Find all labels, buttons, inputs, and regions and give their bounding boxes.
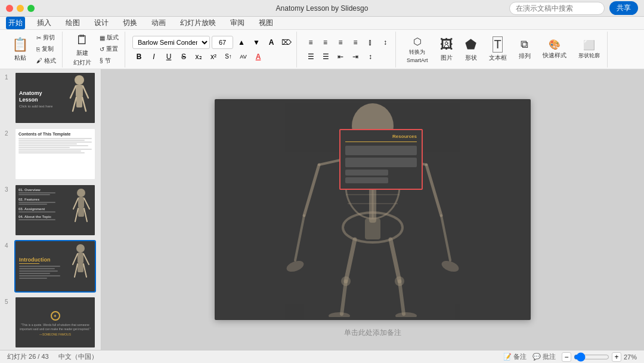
slide-5-content: ✦ "This is a quote. Words full of wisdom… bbox=[16, 297, 95, 349]
align-left[interactable]: ≡ bbox=[304, 36, 317, 49]
slide-2[interactable]: Contents of This Template bbox=[14, 128, 96, 180]
slide-2-content: Contents of This Template bbox=[16, 129, 95, 180]
slide-5[interactable]: ✦ "This is a quote. Words full of wisdom… bbox=[14, 296, 96, 349]
slide-1[interactable]: AnatomyLesson Click to add text here bbox=[14, 72, 96, 124]
picture-label: 图片 bbox=[441, 54, 453, 62]
convert-smartart-button[interactable]: ⬡ 转换为 SmartArt bbox=[403, 34, 432, 65]
main-slide[interactable]: Resources bbox=[215, 99, 531, 320]
text-direction[interactable]: ↕ bbox=[379, 36, 392, 49]
paragraph-group: ≡ ≡ ≡ ≡ ⫿ ↕ ☰ ☰ ⇤ ⇥ ↕ bbox=[301, 32, 396, 67]
align-center[interactable]: ≡ bbox=[319, 36, 332, 49]
menu-slideshow[interactable]: 幻灯片放映 bbox=[178, 17, 218, 29]
format-painter-button[interactable]: 🖌 格式 bbox=[34, 56, 58, 66]
quick-style-button[interactable]: 🎨 快速样式 bbox=[539, 37, 570, 61]
format-icon: 🖌 bbox=[36, 57, 42, 64]
s3-features: 02. Features bbox=[18, 198, 71, 205]
indent-less[interactable]: ⇤ bbox=[334, 50, 347, 63]
svg-point-7 bbox=[77, 189, 85, 197]
line-spacing[interactable]: ↕ bbox=[364, 50, 377, 63]
zoom-slider[interactable] bbox=[574, 352, 609, 362]
reset-button[interactable]: ↺ 重置 bbox=[97, 44, 121, 54]
slide-4-text: Introduction bbox=[19, 257, 70, 279]
slide-3[interactable]: 01. Overview 02. Features 03. Assignment bbox=[14, 184, 96, 236]
shape-button[interactable]: ⬟ 形状 bbox=[462, 35, 481, 64]
format-label: 格式 bbox=[44, 57, 56, 65]
copy-button[interactable]: ⎘ 复制 bbox=[34, 44, 58, 54]
menu-view[interactable]: 视图 bbox=[256, 17, 275, 29]
bold-button[interactable]: B bbox=[132, 50, 145, 63]
char-spacing-button[interactable]: AV bbox=[237, 50, 250, 63]
menu-draw[interactable]: 绘图 bbox=[63, 17, 82, 29]
underline-button[interactable]: U bbox=[162, 50, 175, 63]
bullet-list[interactable]: ☰ bbox=[304, 50, 317, 63]
slide-5-author: —SOMEONE FAMOUS bbox=[39, 333, 71, 336]
columns[interactable]: ⫿ bbox=[364, 36, 377, 49]
slide-1-text: AnatomyLesson Click to add text here bbox=[19, 90, 52, 108]
font-selector[interactable]: Barlow Semi Condensed bbox=[132, 36, 210, 49]
subscript-button[interactable]: x₂ bbox=[192, 50, 205, 63]
menu-design[interactable]: 设计 bbox=[92, 17, 111, 29]
align-right[interactable]: ≡ bbox=[334, 36, 347, 49]
share-button[interactable]: 共享 bbox=[609, 1, 638, 15]
status-bar: 幻灯片 26 / 43 中文（中国） 📝 备注 💬 批注 − + 27% bbox=[0, 350, 644, 363]
indent-more[interactable]: ⇥ bbox=[349, 50, 362, 63]
paste-button[interactable]: 📋 粘贴 bbox=[8, 33, 32, 66]
justify[interactable]: ≡ bbox=[349, 36, 362, 49]
shape-fill-button[interactable]: ⬜ 形状轮廓 bbox=[575, 38, 603, 61]
font-size-decrease[interactable]: ▼ bbox=[250, 36, 263, 49]
close-button[interactable] bbox=[6, 5, 13, 12]
s2-line-4 bbox=[18, 143, 77, 144]
slide-1-content: AnatomyLesson Click to add text here bbox=[16, 73, 95, 124]
scissors-icon: ✂ bbox=[36, 35, 41, 41]
list-row: ☰ ☰ ⇤ ⇥ ↕ bbox=[304, 50, 377, 63]
zoom-out[interactable]: − bbox=[562, 352, 571, 362]
svg-line-45 bbox=[346, 239, 355, 281]
s3-about: 04. About the Topic bbox=[18, 215, 71, 220]
textbox-button[interactable]: T 文本框 bbox=[485, 35, 510, 64]
picture-icon: 🖼 bbox=[440, 37, 453, 53]
svg-line-40 bbox=[426, 165, 441, 216]
menu-start[interactable]: 开始 bbox=[6, 17, 25, 29]
quick-style-label: 快速样式 bbox=[543, 51, 566, 60]
svg-point-14 bbox=[76, 244, 85, 253]
menu-insert[interactable]: 插入 bbox=[35, 17, 54, 29]
italic-button[interactable]: I bbox=[147, 50, 160, 63]
arrange-button[interactable]: ⧉ 排列 bbox=[515, 36, 534, 62]
superscript-button[interactable]: x² bbox=[207, 50, 220, 63]
slide-4[interactable]: Introduction bbox=[14, 240, 96, 293]
new-slide-label: 新建 bbox=[76, 49, 88, 57]
maximize-button[interactable] bbox=[27, 5, 35, 12]
menu-animation[interactable]: 动画 bbox=[149, 17, 168, 29]
svg-line-13 bbox=[84, 208, 87, 222]
picture-button[interactable]: 🖼 图片 bbox=[436, 35, 457, 64]
comments-label[interactable]: 💬 批注 bbox=[532, 352, 556, 361]
slide-panel[interactable]: 1 AnatomyLesson Click to add text here bbox=[0, 69, 101, 350]
menu-review[interactable]: 审阅 bbox=[228, 17, 247, 29]
font-color-a[interactable]: A bbox=[265, 36, 278, 49]
cut-label: 剪切 bbox=[43, 33, 55, 42]
clear-format[interactable]: ⌦ bbox=[280, 36, 293, 49]
resources-popup[interactable]: Resources bbox=[339, 129, 423, 190]
resources-title: Resources bbox=[345, 134, 417, 139]
menu-transition[interactable]: 切换 bbox=[120, 17, 140, 29]
notes-label[interactable]: 📝 备注 bbox=[503, 352, 527, 361]
strikethrough-button[interactable]: S bbox=[177, 50, 190, 63]
minimize-button[interactable] bbox=[17, 5, 24, 12]
text-shadow-button[interactable]: S↑ bbox=[222, 50, 235, 63]
svg-point-50 bbox=[395, 276, 404, 286]
slide-num-2: 2 bbox=[5, 128, 12, 137]
font-size-input[interactable] bbox=[212, 36, 233, 49]
zoom-in[interactable]: + bbox=[612, 352, 621, 362]
new-slide-button[interactable]: 🗒 新建 幻灯片 bbox=[70, 33, 95, 66]
textbox-icon: T bbox=[493, 36, 502, 53]
numbered-list[interactable]: ☰ bbox=[319, 50, 332, 63]
font-color-button[interactable]: A bbox=[252, 50, 265, 63]
svg-line-48 bbox=[400, 281, 404, 314]
font-size-increase[interactable]: ▲ bbox=[235, 36, 248, 49]
layout-button[interactable]: ▦ 版式 bbox=[97, 33, 121, 42]
cut-button[interactable]: ✂ 剪切 bbox=[34, 33, 58, 42]
search-input[interactable] bbox=[509, 2, 605, 15]
notes-area[interactable]: 单击此处添加备注 bbox=[344, 328, 401, 338]
slide-3-skeleton bbox=[71, 188, 92, 235]
section-button[interactable]: § 节 bbox=[97, 56, 121, 66]
